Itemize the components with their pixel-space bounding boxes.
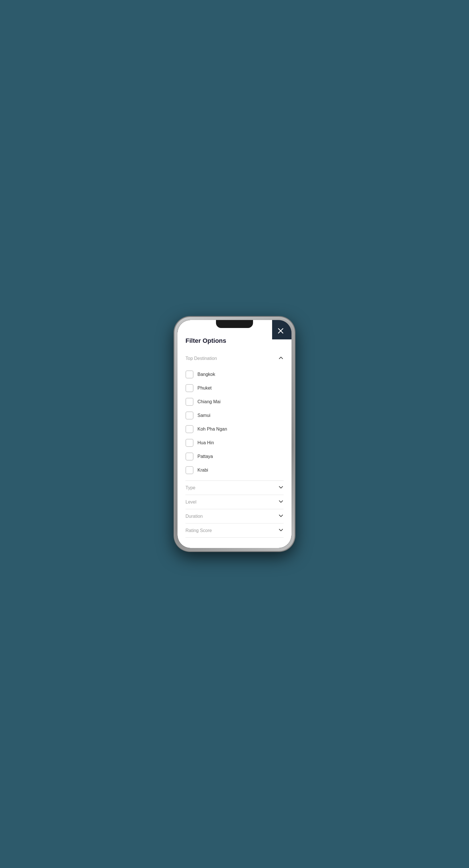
section-rating-score: Rating Score (186, 524, 283, 538)
modal-title: Filter Options (186, 337, 283, 344)
section-label-rating-score: Rating Score (186, 528, 212, 533)
phone-frame: Filter Options Top Destination Bangkok (175, 317, 294, 551)
section-duration: Duration (186, 509, 283, 524)
label-hua-hin: Hua Hin (197, 440, 214, 445)
section-label-duration: Duration (186, 514, 202, 519)
section-header-top-destination[interactable]: Top Destination (186, 351, 283, 365)
section-type: Type (186, 481, 283, 495)
section-label-type: Type (186, 485, 195, 490)
checkbox-samui[interactable] (186, 411, 193, 420)
checkbox-koh-pha-ngan[interactable] (186, 425, 193, 433)
label-krabi: Krabi (197, 468, 208, 473)
checkbox-item-bangkok[interactable]: Bangkok (186, 368, 283, 381)
checkbox-item-samui[interactable]: Samui (186, 409, 283, 422)
checkbox-chiang-mai[interactable] (186, 398, 193, 406)
section-level: Level (186, 495, 283, 509)
section-header-rating-score[interactable]: Rating Score (186, 524, 283, 537)
chevron-down-icon-duration (278, 513, 283, 519)
chevron-down-icon-type (278, 485, 283, 491)
notch (216, 320, 253, 328)
checkbox-item-chiang-mai[interactable]: Chiang Mai (186, 395, 283, 409)
chevron-up-icon (278, 355, 283, 361)
checkbox-item-hua-hin[interactable]: Hua Hin (186, 436, 283, 450)
label-samui: Samui (197, 413, 210, 418)
label-phuket: Phuket (197, 385, 212, 391)
checkbox-krabi[interactable] (186, 466, 193, 474)
chevron-down-icon-level (278, 499, 283, 505)
checkbox-item-krabi[interactable]: Krabi (186, 463, 283, 477)
section-header-level[interactable]: Level (186, 495, 283, 509)
chevron-down-icon-rating (278, 527, 283, 533)
destination-list: Bangkok Phuket Chiang Mai Samui (186, 365, 283, 480)
divider-rating-score (186, 537, 283, 538)
label-koh-pha-ngan: Koh Pha Ngan (197, 427, 227, 432)
label-chiang-mai: Chiang Mai (197, 399, 221, 404)
section-header-type[interactable]: Type (186, 481, 283, 495)
checkbox-bangkok[interactable] (186, 370, 193, 378)
checkbox-item-phuket[interactable]: Phuket (186, 381, 283, 395)
close-button[interactable] (276, 326, 286, 336)
filter-modal: Filter Options Top Destination Bangkok (178, 320, 291, 548)
checkbox-pattaya[interactable] (186, 453, 193, 461)
section-label-top-destination: Top Destination (186, 356, 217, 361)
label-bangkok: Bangkok (197, 372, 215, 377)
phone-screen: Filter Options Top Destination Bangkok (178, 320, 291, 548)
checkbox-item-koh-pha-ngan[interactable]: Koh Pha Ngan (186, 422, 283, 436)
label-pattaya: Pattaya (197, 454, 213, 459)
section-label-level: Level (186, 500, 196, 505)
checkbox-hua-hin[interactable] (186, 439, 193, 447)
close-icon (278, 328, 283, 334)
section-top-destination: Top Destination Bangkok Phuket (186, 351, 283, 481)
checkbox-phuket[interactable] (186, 384, 193, 392)
section-header-duration[interactable]: Duration (186, 509, 283, 523)
checkbox-item-pattaya[interactable]: Pattaya (186, 450, 283, 463)
